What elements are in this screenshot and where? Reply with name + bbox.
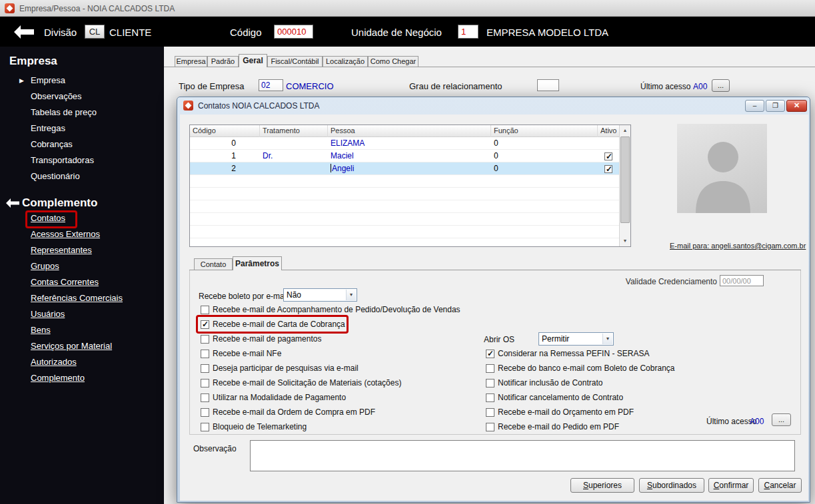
maximize-button[interactable]: ❐ [766,100,785,112]
dialog-titlebar[interactable]: Contatos NOIA CALCADOS LTDA – ❐ ✕ [177,97,810,115]
sidebar-link-referencias-comerciais[interactable]: Referências Comerciais [31,293,123,305]
scrollbar-up-icon[interactable]: ▲ [620,125,630,136]
column-header-codigo[interactable]: Código [190,125,260,137]
checkbox-row-pesquisas-email[interactable]: Deseja participar de pesquisas via e-mai… [201,363,359,374]
checkbox-row-carta-de-cobranca[interactable]: Recebe e-mail de Carta de Cobrança [201,319,345,330]
sidebar-link-servicos-por-material[interactable]: Serviços por Material [31,341,112,353]
ativo-checkbox[interactable] [604,165,612,173]
tab-parametros[interactable]: Parâmetros [233,256,282,270]
checkbox[interactable] [201,393,209,402]
sidebar-section-title-empresa: Empresa [9,55,57,68]
tab-contato[interactable]: Contato [194,258,233,270]
recebe-boleto-combo[interactable]: Não ▾ [283,288,357,302]
checkbox[interactable] [201,379,209,387]
column-header-tratamento[interactable]: Tratamento [260,125,328,137]
checkbox[interactable] [201,320,209,329]
cancelar-button[interactable]: Cancelar [758,478,802,493]
superiores-button[interactable]: Superiores [570,478,634,493]
ativo-checkbox[interactable] [604,152,612,160]
checkbox-label: Utilizar na Modalidade de Pagamento [213,393,346,402]
table-row-empty [190,226,619,238]
ultimo-acesso-more-button[interactable]: ... [712,79,730,92]
email-link[interactable]: E-mail para: angeli.santos@cigam.com.br [670,242,802,250]
checkbox[interactable] [486,423,494,431]
checkbox[interactable] [201,364,209,373]
table-scrollbar[interactable]: ▲ ▼ [619,125,630,246]
minimize-button[interactable]: – [745,100,764,112]
subordinados-button[interactable]: Subordinados [639,478,704,493]
column-header-pessoa[interactable]: Pessoa [328,125,491,137]
checkbox-label: Notificar inclusão de Contrato [498,378,602,387]
grau-relacionamento-input[interactable] [537,79,559,91]
tab-como-chegar[interactable]: Como Chegar [368,56,418,67]
checkbox[interactable] [201,408,209,417]
table-row[interactable]: 1 Dr. Maciel 0 [190,150,619,162]
table-row-selected[interactable]: 2 Angeli 0 [190,162,619,175]
validade-credenciamento-input[interactable]: 00/00/00 [720,275,764,286]
checkbox-row-notificar-inclusao-contrato[interactable]: Notificar inclusão de Contrato [486,378,602,388]
window-titlebar[interactable]: Empresa/Pessoa - NOIA CALCADOS LTDA [0,0,815,17]
divisao-code-box[interactable]: CL [85,25,105,39]
scrollbar-down-icon[interactable]: ▼ [620,236,630,246]
tab-fiscal-contabil[interactable]: Fiscal/Contábil [267,56,323,67]
codigo-input[interactable]: 000010 [274,25,313,39]
tab-padrao[interactable]: Padrão [207,56,239,67]
sidebar-item-transportadoras[interactable]: Transportadoras [31,155,94,167]
sidebar-link-contas-correntes[interactable]: Contas Correntes [31,277,99,289]
sidebar-link-complemento[interactable]: Complemento [31,373,85,385]
tab-localizacao[interactable]: Localização [323,56,368,67]
column-header-ativo[interactable]: Ativo [598,125,619,137]
sidebar-item-questionario[interactable]: Questionário [31,171,80,183]
checkbox-row-pedido-pdf[interactable]: Recebe e-mail do Pedido em PDF [486,421,619,432]
checkbox[interactable] [486,350,494,358]
checkbox-row-email-nfe[interactable]: Recebe e-mail NFe [201,348,281,359]
tab-geral[interactable]: Geral [239,54,267,67]
checkbox-row-modalidade-pagamento[interactable]: Utilizar na Modalidade de Pagamento [201,392,346,403]
abrir-os-combo[interactable]: Permitir ▾ [538,332,614,346]
dialog-body: Código Tratamento Pessoa Função Ativo 0 … [180,115,808,501]
checkbox[interactable] [486,364,494,373]
checkbox[interactable] [201,350,209,358]
confirmar-button[interactable]: Confirmar [708,478,754,493]
sidebar-link-bens[interactable]: Bens [31,325,51,337]
sidebar-item-entregas[interactable]: Entregas [31,123,65,135]
table-row[interactable]: 0 ELIZAMA 0 [190,137,619,150]
close-button[interactable]: ✕ [786,100,807,112]
dialog-ultimo-acesso-more-button[interactable]: ... [772,413,791,426]
checkbox[interactable] [486,393,494,402]
checkbox[interactable] [201,423,209,431]
observacao-textarea[interactable] [250,440,795,471]
sidebar-link-contatos[interactable]: Contatos [31,213,65,225]
checkbox-row-solicitacao-materiais[interactable]: Recebe e-mail de Solicitação de Materiai… [201,378,401,388]
sidebar-item-empresa[interactable]: Empresa [31,75,65,87]
sidebar-link-usuarios[interactable]: Usuários [31,309,65,321]
checkbox-row-email-pagamentos[interactable]: Recebe e-mail de pagamentos [201,334,321,344]
checkbox-row-ordem-compra-pdf[interactable]: Recebe e-mail da Ordem de Compra em PDF [201,407,375,417]
sidebar-link-grupos[interactable]: Grupos [31,261,59,273]
checkbox[interactable] [201,335,209,344]
sidebar-item-cobrancas[interactable]: Cobranças [31,139,73,151]
checkbox-row-bloqueio-telemarketing[interactable]: Bloqueio de Telemarketing [201,421,307,432]
column-header-funcao[interactable]: Função [491,125,598,137]
sidebar-item-observacoes[interactable]: Observações [31,91,82,103]
sidebar-link-autorizados[interactable]: Autorizados [31,357,77,369]
divisao-name: CLIENTE [109,27,151,38]
checkbox-row-pefin-serasa[interactable]: Considerar na Remessa PEFIN - SERASA [486,348,649,359]
scrollbar-thumb[interactable] [620,136,630,223]
checkbox[interactable] [201,306,209,314]
checkbox-row-notificar-cancelamento-contrato[interactable]: Notificar cancelamento de Contrato [486,392,623,403]
checkbox[interactable] [486,379,494,387]
unidade-code-input[interactable]: 1 [458,25,478,39]
table-header: Código Tratamento Pessoa Função Ativo [190,125,619,137]
checkbox-row-orcamento-pdf[interactable]: Recebe e-mail do Orçamento em PDF [486,407,634,417]
checkbox-row-banco-boleto-cobranca[interactable]: Recebe do banco e-mail com Boleto de Cob… [486,363,675,374]
tab-empresa[interactable]: Empresa [175,56,207,67]
checkbox[interactable] [486,408,494,417]
sidebar-link-acessos-externos[interactable]: Acessos Externos [31,229,100,241]
application-window: Empresa/Pessoa - NOIA CALCADOS LTDA Divi… [0,0,815,504]
checkbox-row-acompanhamento-pedido[interactable]: Recebe e-mail de Acompanhamento de Pedid… [201,304,460,315]
back-button[interactable] [13,25,35,39]
tipo-empresa-input[interactable]: 02 [259,79,283,91]
sidebar-item-tabelas-de-preco[interactable]: Tabelas de preço [31,107,97,119]
sidebar-link-representantes[interactable]: Representantes [31,245,92,257]
